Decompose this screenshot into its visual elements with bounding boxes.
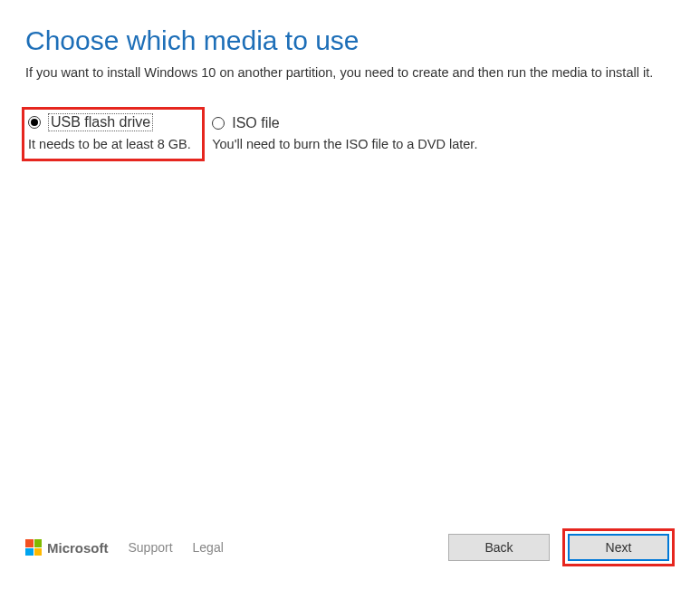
footer: Microsoft Support Legal Back Next: [0, 528, 700, 566]
footer-right: Back Next: [448, 528, 675, 566]
back-button[interactable]: Back: [448, 534, 550, 561]
option-label-iso: ISO file: [232, 115, 279, 131]
microsoft-logo-wrap: Microsoft: [25, 539, 109, 556]
next-button-highlight: Next: [562, 528, 675, 566]
radio-unselected-icon: [212, 117, 225, 130]
option-desc-iso: You'll need to burn the ISO file to a DV…: [212, 137, 477, 151]
option-usb-highlight: USB flash drive It needs to be at least …: [22, 107, 205, 161]
legal-link[interactable]: Legal: [193, 540, 224, 555]
page-subtitle: If you want to install Windows 10 on ano…: [0, 63, 700, 98]
option-label-usb: USB flash drive: [48, 113, 153, 131]
option-iso-file[interactable]: ISO file: [212, 115, 477, 131]
next-button[interactable]: Next: [568, 534, 669, 561]
radio-selected-icon: [28, 116, 41, 129]
microsoft-text: Microsoft: [47, 540, 109, 556]
footer-left: Microsoft Support Legal: [25, 539, 224, 556]
option-desc-usb: It needs to be at least 8 GB.: [28, 137, 191, 151]
microsoft-logo-icon: [25, 539, 42, 556]
option-usb-flash-drive[interactable]: USB flash drive: [28, 113, 191, 131]
page-title: Choose which media to use: [0, 0, 700, 63]
support-link[interactable]: Support: [129, 540, 173, 555]
